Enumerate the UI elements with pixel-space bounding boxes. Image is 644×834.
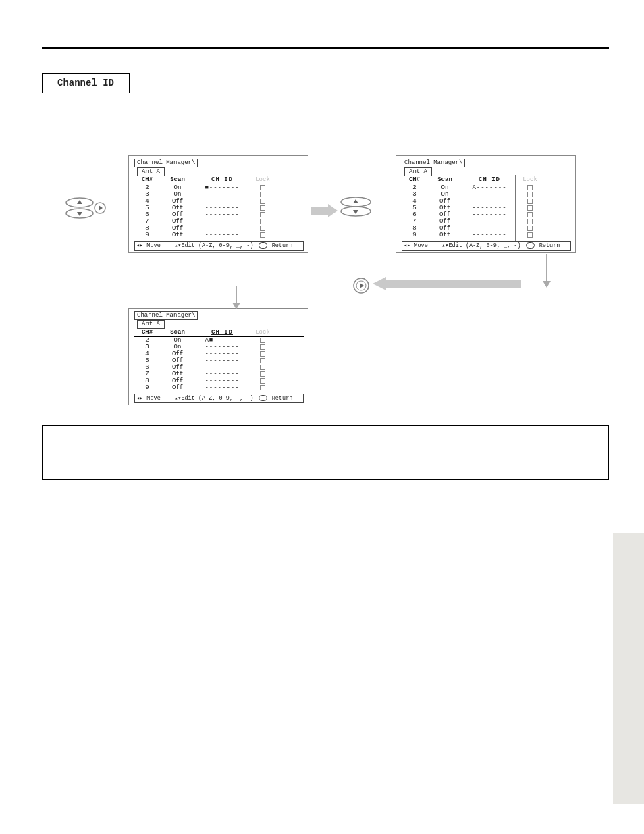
cell-lock xyxy=(249,184,276,191)
svg-marker-9 xyxy=(353,210,358,214)
cell-ch: 3 xyxy=(134,191,160,198)
cell-ch: 6 xyxy=(402,211,427,218)
lock-checkbox-icon xyxy=(260,385,265,390)
lock-checkbox-icon xyxy=(260,378,265,384)
column-divider xyxy=(248,328,248,395)
channel-table: CH# Scan CH ID Lock 2On■-------3On------… xyxy=(134,176,304,238)
table-row: 9Off-------- xyxy=(134,232,304,238)
note-list xyxy=(63,434,600,472)
cell-lock xyxy=(249,344,276,350)
section-label-box: Channel ID xyxy=(42,73,130,93)
cell-ch: 4 xyxy=(402,198,427,205)
svg-marker-18 xyxy=(232,303,240,309)
cell-chid: -------- xyxy=(195,350,249,357)
panel-title: Channel Manager\ xyxy=(134,159,198,167)
cell-chid: -------- xyxy=(195,191,249,198)
hdr-ch: CH# xyxy=(134,176,160,183)
footer-move: ◂▸ Move xyxy=(136,242,161,249)
cell-ch: 2 xyxy=(134,337,160,344)
cell-chid: -------- xyxy=(462,205,516,211)
cell-chid: -------- xyxy=(195,225,249,232)
cell-chid: -------- xyxy=(462,218,516,225)
table-row: 7Off-------- xyxy=(134,371,304,377)
cell-scan: On xyxy=(160,184,195,191)
cell-chid: -------- xyxy=(462,225,516,232)
table-row: 8Off-------- xyxy=(134,225,304,232)
cell-ch: 4 xyxy=(134,350,160,357)
cell-chid: -------- xyxy=(462,211,516,218)
screenshot-panel-2: Channel Manager\ Ant A CH# Scan CH ID Lo… xyxy=(396,155,576,253)
cell-scan: On xyxy=(427,191,462,198)
cell-ch: 8 xyxy=(402,225,427,232)
flow-arrow-right-1 xyxy=(311,204,338,220)
hdr-ch: CH# xyxy=(402,176,427,183)
cell-ch: 2 xyxy=(134,184,160,191)
lock-checkbox-icon xyxy=(260,226,265,231)
table-row: 7Off-------- xyxy=(402,218,571,225)
remote-nav-icon-1 xyxy=(65,196,108,220)
svg-marker-3 xyxy=(77,212,82,216)
table-header: CH# Scan CH ID Lock xyxy=(402,176,571,184)
table-row: 3On-------- xyxy=(134,344,304,350)
table-row: 2On■------- xyxy=(134,184,304,191)
cell-lock xyxy=(249,350,276,357)
cell-lock xyxy=(249,205,276,211)
cell-ch: 3 xyxy=(402,191,427,198)
footer-edit: ▴▾Edit (A-Z, 0-9, _, -) xyxy=(174,395,253,402)
svg-marker-1 xyxy=(77,200,82,204)
lock-checkbox-icon xyxy=(260,371,265,377)
cell-scan: Off xyxy=(427,198,462,205)
cell-chid: ■------- xyxy=(195,184,249,191)
screenshot-panel-3: Channel Manager\ Ant A CH# Scan CH ID Lo… xyxy=(128,308,308,405)
lock-checkbox-icon xyxy=(260,219,265,224)
cell-chid: -------- xyxy=(195,198,249,205)
column-divider xyxy=(515,175,516,242)
cell-lock xyxy=(516,205,543,211)
lock-checkbox-icon xyxy=(260,344,265,350)
hdr-scan: Scan xyxy=(427,176,462,183)
cell-ch: 9 xyxy=(402,232,427,238)
top-rule xyxy=(42,47,609,49)
cell-ch: 4 xyxy=(134,198,160,205)
cell-scan: On xyxy=(160,344,195,350)
table-row: 3On-------- xyxy=(134,191,304,198)
flow-arrow-left xyxy=(373,277,521,293)
cell-chid: -------- xyxy=(195,364,249,371)
cell-scan: Off xyxy=(160,350,195,357)
lock-checkbox-icon xyxy=(527,192,533,197)
footer-move: ◂▸ Move xyxy=(136,395,161,402)
cell-scan: Off xyxy=(427,205,462,211)
table-row: 2OnA■------ xyxy=(134,337,304,344)
cell-chid: -------- xyxy=(195,218,249,225)
note-box xyxy=(42,425,609,480)
cell-scan: Off xyxy=(160,377,195,384)
cell-scan: Off xyxy=(160,384,195,391)
lock-checkbox-icon xyxy=(260,199,265,204)
lock-checkbox-icon xyxy=(527,212,533,217)
table-header: CH# Scan CH ID Lock xyxy=(134,176,304,184)
cell-lock xyxy=(516,232,543,238)
antenna-tab: Ant A xyxy=(404,167,432,176)
table-row: 7Off-------- xyxy=(134,218,304,225)
cell-lock xyxy=(249,384,276,391)
cell-ch: 5 xyxy=(134,205,160,211)
cell-ch: 7 xyxy=(402,218,427,225)
lock-checkbox-icon xyxy=(260,185,265,190)
cell-ch: 5 xyxy=(134,357,160,364)
cell-lock xyxy=(249,225,276,232)
return-icon xyxy=(526,242,535,249)
cell-lock xyxy=(249,337,276,344)
cell-chid: -------- xyxy=(462,232,516,238)
cell-scan: Off xyxy=(427,218,462,225)
table-row: 4Off-------- xyxy=(134,350,304,357)
cell-lock xyxy=(249,232,276,238)
note-item xyxy=(63,434,600,446)
table-row: 3On-------- xyxy=(402,191,571,198)
table-row: 4Off-------- xyxy=(402,198,571,205)
hdr-chid: CH ID xyxy=(195,176,249,183)
cell-scan: Off xyxy=(427,232,462,238)
cell-scan: Off xyxy=(160,364,195,371)
cell-lock xyxy=(516,191,543,198)
cell-scan: Off xyxy=(160,232,195,238)
cell-ch: 6 xyxy=(134,364,160,371)
